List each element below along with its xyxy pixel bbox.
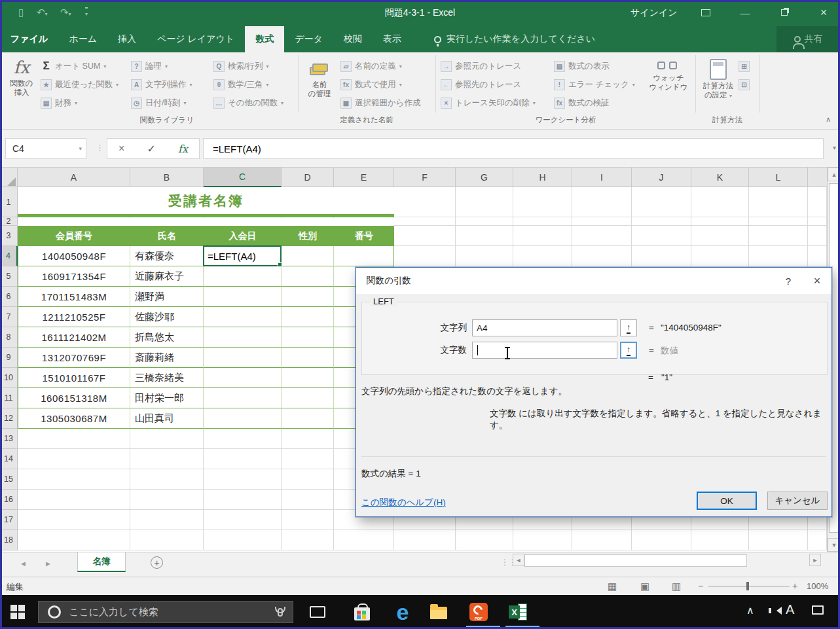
grid-cell[interactable]: [513, 246, 572, 266]
expand-formula-bar-icon[interactable]: ▾: [833, 144, 836, 151]
ribbon-button-text-functions[interactable]: A文字列操作▾: [131, 76, 192, 93]
grid-cell[interactable]: [749, 246, 808, 266]
grid-cell[interactable]: [749, 217, 808, 226]
grid-cell[interactable]: [691, 217, 749, 226]
row-header-17[interactable]: 17: [0, 510, 18, 530]
table-row-4-col-0[interactable]: 1404050948F: [18, 246, 130, 266]
row-header-18[interactable]: 18: [0, 530, 18, 550]
column-header-D[interactable]: D: [282, 168, 334, 187]
grid-cell[interactable]: [456, 246, 513, 266]
table-header-0[interactable]: 会員番号: [18, 226, 130, 246]
row-header-1[interactable]: 1: [0, 187, 18, 217]
table-row-6-col-3[interactable]: [282, 287, 334, 307]
task-view-button[interactable]: [308, 603, 327, 621]
column-header-L[interactable]: L: [749, 168, 808, 187]
table-row-11-col-0[interactable]: 1606151318M: [18, 388, 130, 408]
grid-cell[interactable]: [204, 429, 282, 449]
minimize-button[interactable]: —: [732, 4, 758, 21]
row-header-8[interactable]: 8: [0, 327, 18, 348]
volume-icon[interactable]: [773, 607, 782, 615]
grid-cell[interactable]: [394, 187, 456, 217]
grid-cell[interactable]: [18, 510, 130, 530]
table-row-8-col-0[interactable]: 1611121402M: [18, 327, 130, 348]
grid-cell[interactable]: [204, 490, 282, 510]
grid-cell[interactable]: [282, 510, 334, 530]
tab-insert[interactable]: 挿入: [107, 26, 147, 52]
grid-cell[interactable]: [749, 187, 808, 217]
function-help-link[interactable]: この関数のヘルプ(H): [361, 497, 446, 509]
row-header-13[interactable]: 13: [0, 429, 18, 449]
table-row-11-col-3[interactable]: [282, 388, 334, 408]
row-header-5[interactable]: 5: [0, 266, 18, 287]
ribbon-button-recently-used[interactable]: ★最近使った関数▾: [41, 76, 119, 93]
collapse-ribbon-icon[interactable]: ∧: [826, 115, 831, 124]
grid-cell[interactable]: [282, 449, 334, 469]
grid-cell[interactable]: [513, 187, 572, 217]
arg2-input[interactable]: [472, 342, 617, 359]
formula-bar-splitter[interactable]: ⋮: [96, 143, 105, 153]
grid-cell[interactable]: [513, 226, 572, 246]
row-header-2[interactable]: 2: [0, 217, 18, 226]
table-row-12-col-2[interactable]: [204, 408, 282, 429]
row-header-6[interactable]: 6: [0, 287, 18, 307]
ime-indicator[interactable]: A: [786, 602, 794, 617]
grid-cell[interactable]: [808, 187, 827, 217]
row-header-3[interactable]: 3: [0, 226, 18, 246]
grid-cell[interactable]: [394, 530, 456, 550]
table-row-9-col-1[interactable]: 斎藤莉緒: [130, 348, 204, 368]
dialog-title-bar[interactable]: 関数の引数: [356, 268, 831, 294]
scroll-down-icon[interactable]: ▼: [828, 538, 840, 552]
ribbon-button-lookup-reference[interactable]: Q検索/行列▾: [213, 58, 283, 75]
normal-view-icon[interactable]: ▦: [608, 581, 617, 592]
ribbon-button-calculate-now[interactable]: ⊞: [739, 58, 750, 75]
horizontal-scroll-thumb[interactable]: [524, 554, 747, 567]
name-manager-button[interactable]: 名前 の管理: [302, 56, 337, 117]
grid-cell[interactable]: [130, 449, 204, 469]
tell-me-box[interactable]: 実行したい作業を入力してください: [434, 26, 595, 52]
calculation-options-button[interactable]: 計算方法 の設定 ▾: [699, 56, 737, 117]
table-row-11-col-2[interactable]: [204, 388, 282, 408]
tab-review[interactable]: 校閲: [333, 26, 373, 52]
tab-file[interactable]: ファイル: [0, 26, 58, 52]
row-header-12[interactable]: 12: [0, 408, 18, 429]
grid-cell[interactable]: [394, 226, 456, 246]
row-header-14[interactable]: 14: [0, 449, 18, 469]
grid-cell[interactable]: [572, 530, 632, 550]
zoom-level[interactable]: 100%: [807, 581, 828, 591]
grid-cell[interactable]: [632, 187, 691, 217]
grid-cell[interactable]: [632, 226, 691, 246]
arg1-input[interactable]: A4: [472, 319, 617, 336]
excel-taskbar-icon[interactable]: X: [508, 603, 528, 621]
table-row-10-col-0[interactable]: 1510101167F: [18, 368, 130, 388]
row-header-7[interactable]: 7: [0, 307, 18, 327]
row-header-4[interactable]: 4: [0, 246, 18, 266]
ribbon-button-remove-arrows[interactable]: ×トレース矢印の削除▾: [441, 94, 536, 111]
column-header-I[interactable]: I: [572, 168, 632, 187]
close-button[interactable]: ×: [811, 4, 837, 21]
grid-cell[interactable]: [204, 449, 282, 469]
table-row-11-col-1[interactable]: 田村栄一郎: [130, 388, 204, 408]
table-row-8-col-2[interactable]: [204, 327, 282, 348]
hidden-icons-chevron[interactable]: ∧: [746, 604, 754, 617]
table-row-4-col-3[interactable]: [282, 246, 334, 266]
table-row-12-col-3[interactable]: [282, 408, 334, 429]
table-row-6-col-2[interactable]: [204, 287, 282, 307]
grid-cell[interactable]: [394, 246, 456, 266]
grid-cell[interactable]: [18, 469, 130, 490]
grid-cell[interactable]: [808, 217, 827, 226]
insert-function-fx-icon[interactable]: fx: [178, 143, 188, 155]
name-box[interactable]: C4 ▾: [5, 138, 86, 159]
table-row-12-col-0[interactable]: 1305030687M: [18, 408, 130, 429]
column-header-E[interactable]: E: [334, 168, 394, 187]
formula-input[interactable]: =LEFT(A4): [203, 138, 824, 159]
grid-cell[interactable]: [282, 530, 334, 550]
table-header-1[interactable]: 氏名: [130, 226, 204, 246]
ribbon-button-logical[interactable]: ?論理▾: [131, 58, 192, 75]
page-break-view-icon[interactable]: ▥: [672, 581, 681, 592]
table-row-6-col-0[interactable]: 1701151483M: [18, 287, 130, 307]
row-header-11[interactable]: 11: [0, 388, 18, 408]
table-row-9-col-3[interactable]: [282, 348, 334, 368]
grid-cell[interactable]: [334, 530, 394, 550]
table-header-2[interactable]: 入会日: [204, 226, 282, 246]
grid-cell[interactable]: [808, 530, 827, 550]
